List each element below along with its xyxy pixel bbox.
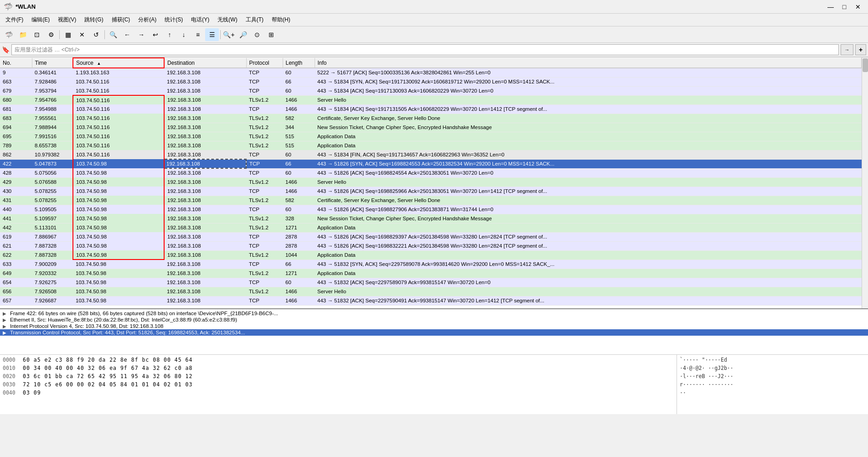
table-row[interactable]: 6567.926508103.74.50.98192.168.3.108TLSv… [0, 287, 862, 296]
table-row[interactable]: 6227.887328103.74.50.98192.168.3.108TLSv… [0, 250, 862, 260]
toolbar-separator-3 [220, 30, 221, 39]
toolbar-settings-button[interactable]: ⚙ [44, 28, 58, 41]
expand-icon-ip: ▶ [3, 324, 10, 329]
hex-row: 004003 09 [3, 389, 674, 397]
menu-stats[interactable]: 统计(S) [161, 15, 186, 25]
table-row[interactable]: 6547.926275103.74.50.98192.168.3.108TCP6… [0, 278, 862, 287]
toolbar-goto-button[interactable]: ↩ [149, 28, 162, 41]
toolbar-colorize-button[interactable]: ≡ [191, 28, 205, 41]
toolbar-down-button[interactable]: ↓ [177, 28, 191, 41]
toolbar-separator-1 [59, 30, 60, 39]
table-row[interactable]: 90.3461411.193.163.163192.168.3.108TCP60… [0, 68, 862, 77]
menu-go[interactable]: 跳转(G) [81, 15, 107, 25]
hex-addr: 0000 [3, 357, 21, 363]
hex-ascii-row: ·· [680, 389, 865, 397]
filter-apply-button[interactable]: → [841, 44, 853, 55]
packet-area: No. Time Source ▲ Destination Protocol L… [0, 57, 868, 308]
column-header-length[interactable]: Length [283, 58, 315, 68]
hex-bytes: 03 6c 01 bb ca 72 65 42 95 11 95 4a 32 0… [23, 373, 674, 379]
hex-ascii: r······· ········ [680, 381, 734, 388]
toolbar-zoomout-button[interactable]: 🔎 [236, 28, 250, 41]
toolbar-open-button[interactable]: 📁 [16, 28, 30, 41]
menu-file[interactable]: 文件(F) [2, 15, 27, 25]
expand-icon-frame: ▶ [3, 311, 10, 316]
detail-row-tcp[interactable]: ▶ Transmission Control Protocol, Src Por… [0, 329, 868, 336]
table-row[interactable]: 6807.954766103.74.50.116192.168.3.108TLS… [0, 95, 862, 104]
detail-row-ip[interactable]: ▶ Internet Protocol Version 4, Src: 103.… [0, 323, 868, 329]
table-row[interactable]: 4405.109505103.74.50.98192.168.3.108TCP6… [0, 205, 862, 214]
column-header-protocol[interactable]: Protocol [246, 58, 283, 68]
menu-view[interactable]: 视图(V) [54, 15, 80, 25]
table-row[interactable]: 4295.076588103.74.50.98192.168.3.108TLSv… [0, 177, 862, 187]
table-row[interactable]: 86210.979382103.74.50.116192.168.3.108TC… [0, 150, 862, 159]
table-row[interactable]: 6197.886967103.74.50.98192.168.3.108TCP2… [0, 232, 862, 241]
table-row[interactable]: 6577.926687103.74.50.98192.168.3.108TCP1… [0, 296, 862, 305]
hex-bytes: 00 34 00 40 00 40 32 06 ea 9f 67 4a 32 6… [23, 365, 674, 371]
detail-row-ethernet[interactable]: ▶ Ethernet II, Src: HuaweiTe_8e:8f:bc (2… [0, 317, 868, 323]
table-row[interactable]: 6637.928486103.74.50.116192.168.3.108TCP… [0, 77, 862, 86]
detail-row-frame[interactable]: ▶ Frame 422: 66 bytes on wire (528 bits)… [0, 310, 868, 317]
hex-ascii-row: ·l···reB ···J2··· [680, 372, 865, 380]
column-header-no[interactable]: No. [0, 58, 32, 68]
title-bar: 🦈 *WLAN — □ ✕ [0, 0, 868, 14]
toolbar-zoomreset-button[interactable]: ⊙ [250, 28, 264, 41]
table-row[interactable]: 4225.047873103.74.50.98192.168.3.108TCP6… [0, 159, 862, 168]
toolbar-forward-button[interactable]: → [134, 28, 148, 41]
menu-wireless[interactable]: 无线(W) [214, 15, 241, 25]
table-row[interactable]: 7898.655738103.74.50.116192.168.3.108TLS… [0, 141, 862, 150]
table-row[interactable]: 6817.954988103.74.50.116192.168.3.108TCP… [0, 104, 862, 114]
menu-tools[interactable]: 工具(T) [242, 15, 267, 25]
table-row[interactable]: 6837.955561103.74.50.116192.168.3.108TLS… [0, 114, 862, 123]
detail-pane: ▶ Frame 422: 66 bytes on wire (528 bits)… [0, 309, 868, 355]
table-row[interactable]: 6217.887328103.74.50.98192.168.3.108TCP2… [0, 241, 862, 250]
toolbar-back-button[interactable]: ← [120, 28, 134, 41]
toolbar-up-button[interactable]: ↑ [163, 28, 176, 41]
column-header-info[interactable]: Info [315, 58, 862, 68]
table-row[interactable]: 4285.075056103.74.50.98192.168.3.108TCP6… [0, 168, 862, 177]
hex-ascii: ·· [680, 389, 686, 396]
column-header-time[interactable]: Time [32, 58, 73, 68]
table-row[interactable]: 6947.988944103.74.50.116192.168.3.108TLS… [0, 123, 862, 132]
table-row[interactable]: 4425.113101103.74.50.98192.168.3.108TLSv… [0, 223, 862, 232]
menu-help[interactable]: 帮助(H) [268, 15, 294, 25]
menu-phone[interactable]: 电话(Y) [187, 15, 213, 25]
table-row[interactable]: 4315.078255103.74.50.98192.168.3.108TLSv… [0, 196, 862, 205]
toolbar-table-button[interactable]: ▦ [61, 28, 75, 41]
column-header-destination[interactable]: Destination [164, 58, 246, 68]
hex-ascii: ·l···reB ···J2··· [680, 373, 734, 379]
packet-list-scrollbar[interactable] [862, 57, 868, 308]
title-bar-left: 🦈 *WLAN [4, 2, 36, 11]
title-bar-controls: — □ ✕ [824, 2, 864, 11]
toolbar-zoomin-button[interactable]: 🔍+ [222, 28, 236, 41]
toolbar-resize-button[interactable]: ⊞ [264, 28, 278, 41]
packet-list: No. Time Source ▲ Destination Protocol L… [0, 57, 862, 308]
close-button[interactable]: ✕ [852, 2, 864, 11]
filter-add-button[interactable]: + [855, 44, 866, 55]
detail-label-ip: Internet Protocol Version 4, Src: 103.74… [10, 323, 163, 329]
table-row[interactable]: 6497.920332103.74.50.98192.168.3.108TLSv… [0, 269, 862, 278]
toolbar-close-button[interactable]: ⊡ [30, 28, 44, 41]
detail-label-ethernet: Ethernet II, Src: HuaweiTe_8e:8f:bc (20:… [10, 317, 237, 322]
filter-input[interactable] [11, 44, 839, 55]
hex-ascii-row: `····· "·····Ed [680, 356, 865, 364]
toolbar-find-button[interactable]: 🔍 [106, 28, 120, 41]
table-row[interactable]: 6797.953794103.74.50.116192.168.3.108TCP… [0, 86, 862, 95]
maximize-button[interactable]: □ [838, 2, 851, 11]
table-row[interactable]: 4415.109597103.74.50.98192.168.3.108TLSv… [0, 214, 862, 223]
table-row[interactable]: 6337.900209103.74.50.98192.168.3.108TCP6… [0, 260, 862, 269]
column-header-source[interactable]: Source ▲ [73, 58, 164, 68]
toolbar-reload-button[interactable]: ↺ [89, 28, 103, 41]
toolbar-delete-button[interactable]: ✕ [75, 28, 89, 41]
toolbar-autoscroll-button[interactable]: ☰ [205, 28, 219, 41]
hex-row: 003072 10 c5 e6 00 00 02 04 05 84 01 01 … [3, 380, 674, 389]
menu-analyze[interactable]: 分析(A) [134, 15, 160, 25]
minimize-button[interactable]: — [824, 2, 837, 11]
toolbar-new-button[interactable]: 🦈 [2, 28, 16, 41]
table-row[interactable]: 6957.991516103.74.50.116192.168.3.108TLS… [0, 132, 862, 141]
app-icon: 🦈 [4, 2, 13, 11]
menu-edit[interactable]: 编辑(E) [28, 15, 53, 25]
table-row[interactable]: 4305.078255103.74.50.98192.168.3.108TCP1… [0, 187, 862, 196]
hex-row: 001000 34 00 40 00 40 32 06 ea 9f 67 4a … [3, 364, 674, 372]
menu-capture[interactable]: 捕获(C) [108, 15, 134, 25]
menu-bar: 文件(F) 编辑(E) 视图(V) 跳转(G) 捕获(C) 分析(A) 统计(S… [0, 14, 868, 26]
